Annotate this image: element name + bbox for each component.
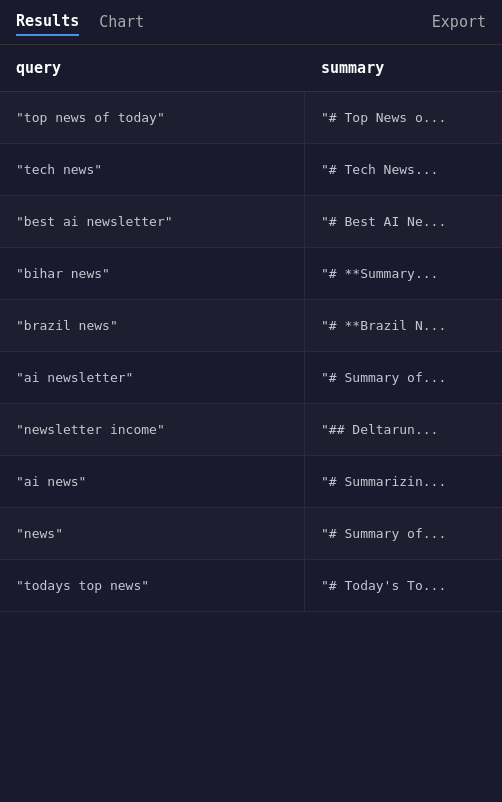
cell-summary: "# Summary of...: [305, 508, 502, 559]
table-row[interactable]: "todays top news""# Today's To...: [0, 560, 502, 612]
cell-query: "brazil news": [0, 300, 305, 351]
table-row[interactable]: "ai news""# Summarizin...: [0, 456, 502, 508]
cell-summary: "# Today's To...: [305, 560, 502, 611]
table-row[interactable]: "news""# Summary of...: [0, 508, 502, 560]
table-row[interactable]: "top news of today""# Top News o...: [0, 92, 502, 144]
cell-query: "top news of today": [0, 92, 305, 143]
table-row[interactable]: "best ai newsletter""# Best AI Ne...: [0, 196, 502, 248]
table-row[interactable]: "bihar news""# **Summary...: [0, 248, 502, 300]
tab-export[interactable]: Export: [432, 9, 486, 35]
cell-query: "ai newsletter": [0, 352, 305, 403]
cell-query: "news": [0, 508, 305, 559]
cell-summary: "# **Summary...: [305, 248, 502, 299]
cell-summary: "## Deltarun...: [305, 404, 502, 455]
header-summary: summary: [305, 45, 502, 91]
table-row[interactable]: "brazil news""# **Brazil N...: [0, 300, 502, 352]
header-query: query: [0, 45, 305, 91]
cell-summary: "# Summary of...: [305, 352, 502, 403]
cell-query: "todays top news": [0, 560, 305, 611]
cell-summary: "# Best AI Ne...: [305, 196, 502, 247]
cell-summary: "# Top News o...: [305, 92, 502, 143]
table-row[interactable]: "tech news""# Tech News...: [0, 144, 502, 196]
data-table: query summary "top news of today""# Top …: [0, 45, 502, 612]
table-row[interactable]: "ai newsletter""# Summary of...: [0, 352, 502, 404]
cell-summary: "# **Brazil N...: [305, 300, 502, 351]
cell-query: "best ai newsletter": [0, 196, 305, 247]
cell-query: "tech news": [0, 144, 305, 195]
tab-chart[interactable]: Chart: [99, 9, 144, 35]
cell-query: "ai news": [0, 456, 305, 507]
cell-summary: "# Tech News...: [305, 144, 502, 195]
cell-query: "newsletter income": [0, 404, 305, 455]
cell-summary: "# Summarizin...: [305, 456, 502, 507]
table-row[interactable]: "newsletter income""## Deltarun...: [0, 404, 502, 456]
cell-query: "bihar news": [0, 248, 305, 299]
table-body: "top news of today""# Top News o..."tech…: [0, 92, 502, 612]
table-header: query summary: [0, 45, 502, 92]
top-nav: Results Chart Export: [0, 0, 502, 45]
tab-results[interactable]: Results: [16, 8, 79, 36]
